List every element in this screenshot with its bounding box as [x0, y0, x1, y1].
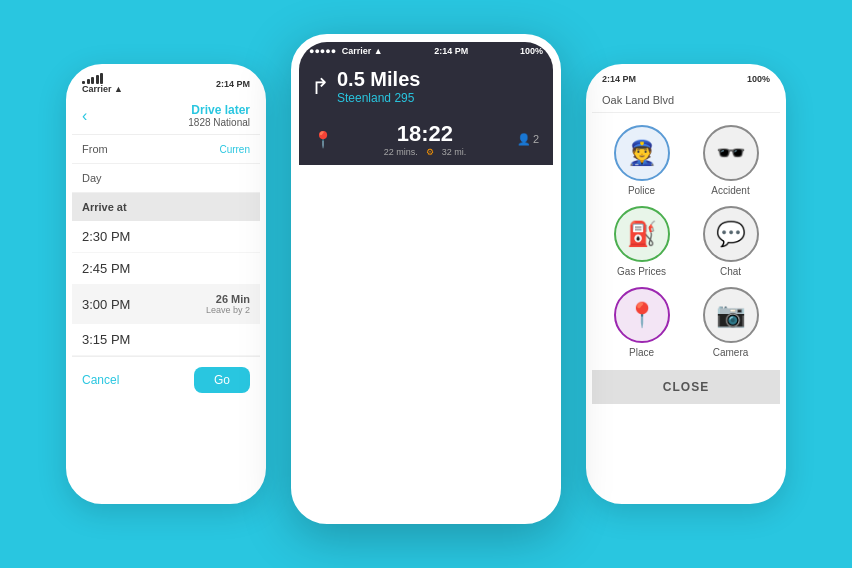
right-time: 2:14 PM [602, 74, 636, 84]
from-value[interactable]: Curren [219, 144, 250, 155]
bottom-buttons: Cancel Go [72, 356, 260, 403]
report-grid: 👮 Police 🕶️ Accident ⛽ Gas Prices [592, 113, 780, 370]
report-item-place[interactable]: 📍 Place [602, 287, 681, 358]
accident-label: Accident [711, 185, 749, 196]
oak-land-street: Oak Land Blvd [602, 94, 674, 106]
phone-center: ●●●●● Carrier ▲ 2:14 PM 100% ↱ 0.5 Miles… [291, 34, 561, 524]
left-carrier: Carrier ▲ [82, 73, 123, 94]
users-icon: 👤 [517, 133, 531, 146]
back-arrow-icon[interactable]: ‹ [82, 107, 87, 125]
report-item-accident[interactable]: 🕶️ Accident [691, 125, 770, 196]
police-label: Police [628, 185, 655, 196]
from-label: From [82, 143, 108, 155]
eta-icon: ⚙ [426, 147, 434, 157]
center-time: 2:14 PM [434, 46, 468, 56]
left-time: 2:14 PM [216, 79, 250, 89]
arrive-at-label: Arrive at [82, 201, 127, 213]
drive-later-label: Drive later [95, 103, 250, 117]
cancel-button[interactable]: Cancel [82, 367, 119, 393]
users-count: 2 [533, 133, 539, 145]
left-status-bar: Carrier ▲ 2:14 PM [72, 70, 260, 97]
chat-label: Chat [720, 266, 741, 277]
nav-bottom: 📍 18:22 22 mins. ⚙ 32 mi. 👤 2 [299, 113, 553, 165]
place-label: Place [629, 347, 654, 358]
center-wifi-icon: ▲ [374, 46, 383, 56]
chat-icon: 💬 [703, 206, 759, 262]
oak-land-header: Oak Land Blvd [592, 88, 780, 113]
arrive-at-row: Arrive at [72, 193, 260, 221]
time-row-3[interactable]: 3:00 PM 26 Min Leave by 2 [72, 285, 260, 324]
eta-time: 18:22 [333, 121, 517, 147]
police-icon: 👮 [614, 125, 670, 181]
go-button[interactable]: Go [194, 367, 250, 393]
place-icon: 📍 [614, 287, 670, 343]
accident-icon: 🕶️ [703, 125, 759, 181]
time-300-info: 26 Min Leave by 2 [206, 293, 250, 315]
time-245: 2:45 PM [82, 261, 130, 276]
close-bar[interactable]: CLOSE [592, 370, 780, 404]
report-item-police[interactable]: 👮 Police [602, 125, 681, 196]
close-label: CLOSE [663, 380, 709, 394]
time-row-4[interactable]: 3:15 PM [72, 324, 260, 356]
nav-waypoint-icon[interactable]: 📍 [313, 130, 333, 149]
users-badge: 👤 2 [517, 133, 539, 146]
day-label: Day [82, 172, 102, 184]
right-battery: 100% [747, 74, 770, 84]
time-300: 3:00 PM [82, 297, 130, 312]
gas-prices-label: Gas Prices [617, 266, 666, 277]
nav-direction-icon: ↱ [311, 74, 329, 100]
report-item-chat[interactable]: 💬 Chat [691, 206, 770, 277]
nav-distance: 0.5 Miles [337, 68, 420, 91]
camera-label: Camera [713, 347, 749, 358]
leave-label: Leave by 2 [206, 305, 250, 315]
eta-dist: 32 mi. [442, 147, 467, 157]
report-item-gas[interactable]: ⛽ Gas Prices [602, 206, 681, 277]
phone-right: 2:14 PM 100% Oak Land Blvd 👮 Police 🕶️ A… [586, 64, 786, 504]
center-carrier-signal: ●●●●● Carrier ▲ [309, 46, 383, 56]
nav-header: ↱ 0.5 Miles Steenland 295 [299, 60, 553, 113]
time-230: 2:30 PM [82, 229, 130, 244]
mins-label: 26 Min [206, 293, 250, 305]
day-row: Day [72, 164, 260, 193]
camera-icon: 📷 [703, 287, 759, 343]
time-315: 3:15 PM [82, 332, 130, 347]
drive-later-address: 1828 National [95, 117, 250, 128]
time-row-2[interactable]: 2:45 PM [72, 253, 260, 285]
phone-left: Carrier ▲ 2:14 PM ‹ Drive later 1828 Nat… [66, 64, 266, 504]
report-item-camera[interactable]: 📷 Camera [691, 287, 770, 358]
from-row: From Curren [72, 135, 260, 164]
wifi-icon: ▲ [114, 84, 123, 94]
nav-info: 0.5 Miles Steenland 295 [337, 68, 420, 105]
eta-mins: 22 mins. [384, 147, 418, 157]
eta-display: 18:22 22 mins. ⚙ 32 mi. [333, 121, 517, 157]
center-battery: 100% [520, 46, 543, 56]
center-status-bar: ●●●●● Carrier ▲ 2:14 PM 100% [299, 42, 553, 60]
nav-street: Steenland 295 [337, 91, 420, 105]
right-status-bar: 2:14 PM 100% [592, 70, 780, 88]
time-row-1[interactable]: 2:30 PM [72, 221, 260, 253]
left-header: ‹ Drive later 1828 National [72, 97, 260, 135]
drive-later-title: Drive later 1828 National [95, 103, 250, 128]
eta-details: 22 mins. ⚙ 32 mi. [333, 147, 517, 157]
phones-container: Carrier ▲ 2:14 PM ‹ Drive later 1828 Nat… [46, 24, 806, 544]
gas-prices-icon: ⛽ [614, 206, 670, 262]
